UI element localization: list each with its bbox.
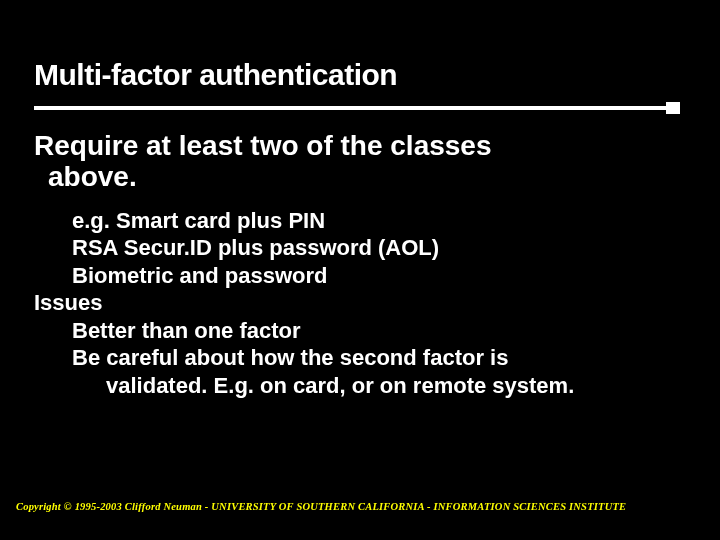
rule-notch-icon xyxy=(666,102,680,114)
slide-title: Multi-factor authentication xyxy=(34,58,680,106)
rule-line xyxy=(34,106,680,110)
slide-body: Require at least two of the classes abov… xyxy=(34,130,686,399)
bullet-careful-2: validated. E.g. on card, or on remote sy… xyxy=(34,372,686,400)
slide: Multi-factor authentication Require at l… xyxy=(0,0,720,540)
bullet-rsa: RSA Secur.ID plus password (AOL) xyxy=(34,234,686,262)
bullet-careful-1: Be careful about how the second factor i… xyxy=(34,344,686,372)
bullet-better: Better than one factor xyxy=(34,317,686,345)
copyright-footer: Copyright © 1995-2003 Clifford Neuman - … xyxy=(16,501,626,512)
bullet-biometric: Biometric and password xyxy=(34,262,686,290)
bullet-issues: Issues xyxy=(34,289,686,317)
bullet-smart-card: e.g. Smart card plus PIN xyxy=(34,207,686,235)
lead-text: Require at least two of the classes abov… xyxy=(34,130,686,193)
lead-line-1: Require at least two of the classes xyxy=(34,130,686,161)
lead-line-2: above. xyxy=(34,161,686,192)
title-block: Multi-factor authentication xyxy=(34,58,680,112)
bullet-list: e.g. Smart card plus PIN RSA Secur.ID pl… xyxy=(34,207,686,400)
title-rule xyxy=(34,106,680,112)
